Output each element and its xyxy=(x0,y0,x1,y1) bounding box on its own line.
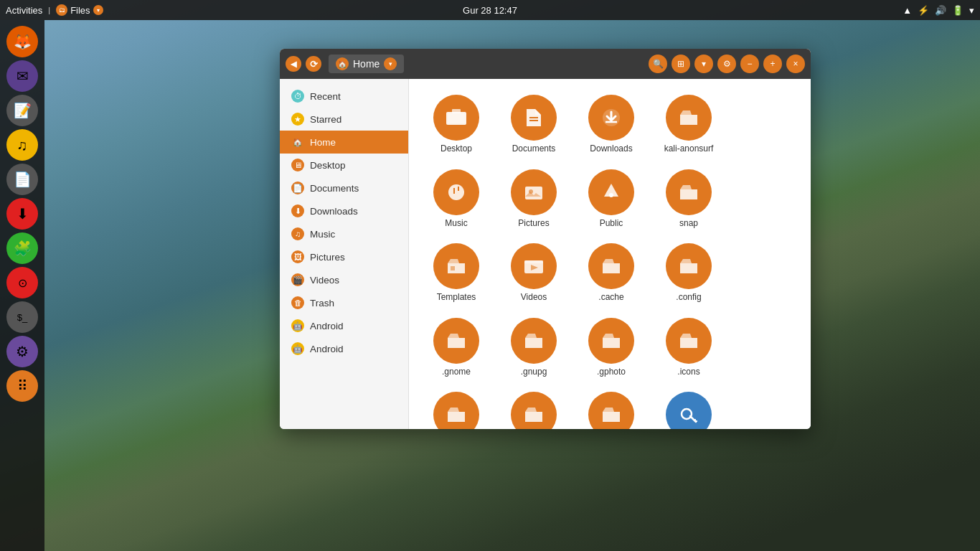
topbar-right: ▲ ⚡ 🔊 🔋 ▾ xyxy=(903,5,974,16)
view-toggle-button[interactable]: ⊞ xyxy=(672,55,690,73)
file-templates[interactable]: Templates xyxy=(420,239,492,308)
sidebar-item-documents[interactable]: 📄 Documents xyxy=(280,176,408,199)
settings-button[interactable]: ⚙ xyxy=(717,55,736,73)
file-ssh[interactable]: .ssh xyxy=(575,387,647,429)
file-gphoto[interactable]: .gphoto xyxy=(575,314,647,382)
path-dropdown-button[interactable]: ▾ xyxy=(384,57,397,70)
file-cache[interactable]: .cache xyxy=(575,239,647,308)
dock: 🦊 ✉ 📝 ♫ 📄 ⬇ 🧩 ⊙ $_ ⚙ ⠿ xyxy=(0,20,44,551)
file-desktop[interactable]: Desktop xyxy=(420,90,492,159)
music-icon: ♫ xyxy=(291,227,304,240)
history-button[interactable]: ⟳ xyxy=(306,56,321,72)
desktop-icon: 🖥 xyxy=(291,159,304,171)
dock-email[interactable]: ✉ xyxy=(6,60,38,92)
gphoto-folder-icon xyxy=(588,318,634,364)
dock-settings[interactable]: ⚙ xyxy=(6,336,38,367)
svg-point-7 xyxy=(448,184,464,200)
volume-icon[interactable]: 🔊 xyxy=(935,5,946,16)
sidebar-item-home[interactable]: 🏠 Home xyxy=(280,131,408,154)
videos-icon: 🎬 xyxy=(291,273,304,286)
dock-terminal[interactable]: $_ xyxy=(6,301,38,333)
search-button[interactable]: 🔍 xyxy=(649,55,667,73)
file-config[interactable]: .config xyxy=(653,239,725,308)
file-downloads[interactable]: Downloads xyxy=(575,90,647,159)
cache-label: .cache xyxy=(598,292,623,303)
minimize-button[interactable]: − xyxy=(740,55,759,73)
android1-icon: 🤖 xyxy=(291,319,304,332)
public-label: Public xyxy=(600,218,623,230)
file-gnupg[interactable]: .gnupg xyxy=(498,314,570,382)
file-kali[interactable]: kali-anonsurf xyxy=(653,90,725,159)
sidebar-item-trash[interactable]: 🗑 Trash xyxy=(280,291,408,314)
file-public[interactable]: Public xyxy=(575,165,647,234)
gnome-folder-icon xyxy=(433,318,479,364)
gnome-label: .gnome xyxy=(442,367,471,378)
svg-rect-8 xyxy=(525,187,542,199)
content-area: ⏱ Recent ★ Starred 🏠 Home 🖥 Desktop 📄 Do… xyxy=(280,79,811,429)
file-manager-window: ◀ ⟳ 🏠 Home ▾ 🔍 ⊞ ▾ ⚙ − + × ⏱ Recent ★ St… xyxy=(280,49,811,429)
wifi-icon[interactable]: ▲ xyxy=(903,5,912,16)
topbar-center: Gur 28 12:47 xyxy=(463,5,517,16)
file-local[interactable]: .local xyxy=(420,387,492,429)
file-music[interactable]: Music xyxy=(420,165,492,234)
sidebar-item-recent[interactable]: ⏱ Recent xyxy=(280,85,408,108)
dock-notes[interactable]: 📝 xyxy=(6,95,38,126)
file-pki[interactable]: .pki xyxy=(498,387,570,429)
config-label: .config xyxy=(676,292,701,303)
app-indicator: 🗂 Files ▾ xyxy=(56,4,103,16)
sidebar-item-android2[interactable]: 🤖 Android xyxy=(280,337,408,360)
file-snap[interactable]: snap xyxy=(653,165,725,234)
downloads-icon: ⬇ xyxy=(291,204,304,217)
kali-folder-icon xyxy=(666,95,712,141)
videos-label: Videos xyxy=(521,292,547,303)
svg-rect-13 xyxy=(524,260,543,263)
desktop-label: Desktop xyxy=(440,143,472,155)
battery-icon[interactable]: 🔋 xyxy=(952,5,963,16)
pki-folder-icon xyxy=(511,392,557,429)
sidebar-label-videos: Videos xyxy=(310,275,339,286)
file-videos[interactable]: Videos xyxy=(498,239,570,308)
svg-point-15 xyxy=(682,409,692,419)
view-dropdown-button[interactable]: ▾ xyxy=(694,55,713,73)
files-grid: Desktop Documents Downloads kali-anonsur… xyxy=(409,79,811,429)
home-icon: 🏠 xyxy=(291,136,304,149)
back-button[interactable]: ◀ xyxy=(286,56,301,72)
sidebar-item-desktop[interactable]: 🖥 Desktop xyxy=(280,154,408,176)
bluetooth-icon[interactable]: ⚡ xyxy=(918,5,929,16)
maximize-button[interactable]: + xyxy=(763,55,782,73)
activities-button[interactable]: Activities xyxy=(6,5,42,16)
dock-docs[interactable]: 📄 xyxy=(6,164,38,195)
dock-puzzle[interactable]: 🧩 xyxy=(6,232,38,264)
sidebar-item-videos[interactable]: 🎬 Videos xyxy=(280,268,408,291)
file-gnome[interactable]: .gnome xyxy=(420,314,492,382)
sidebar-item-music[interactable]: ♫ Music xyxy=(280,222,408,245)
file-release-key[interactable]: Release.key xyxy=(653,387,725,429)
dock-music[interactable]: ♫ xyxy=(6,129,38,161)
titlebar-title-text: Home xyxy=(353,58,380,70)
dock-chrome[interactable]: ⊙ xyxy=(6,267,38,298)
sidebar-item-downloads[interactable]: ⬇ Downloads xyxy=(280,199,408,222)
dock-firefox[interactable]: 🦊 xyxy=(6,26,38,57)
file-pictures[interactable]: Pictures xyxy=(498,165,570,234)
documents-folder-icon xyxy=(511,95,557,141)
ssh-folder-icon xyxy=(588,392,634,429)
file-icons[interactable]: .icons xyxy=(653,314,725,382)
svg-rect-16 xyxy=(693,419,696,420)
dock-downloads[interactable]: ⬇ xyxy=(6,198,38,230)
sidebar-item-android1[interactable]: 🤖 Android xyxy=(280,314,408,337)
svg-rect-17 xyxy=(694,420,697,422)
config-folder-icon xyxy=(666,243,712,289)
file-documents[interactable]: Documents xyxy=(498,90,570,159)
public-folder-icon xyxy=(588,169,634,215)
sidebar-item-starred[interactable]: ★ Starred xyxy=(280,108,408,131)
sidebar-item-pictures[interactable]: 🖼 Pictures xyxy=(280,245,408,268)
snap-folder-icon xyxy=(666,169,712,215)
close-button[interactable]: × xyxy=(786,55,805,73)
dock-apps[interactable]: ⠿ xyxy=(6,370,38,402)
gnupg-folder-icon xyxy=(511,318,557,364)
music-folder-icon xyxy=(433,169,479,215)
cache-folder-icon xyxy=(588,243,634,289)
system-menu-arrow[interactable]: ▾ xyxy=(969,5,974,16)
icons-folder-icon xyxy=(666,318,712,364)
topbar: Activities | 🗂 Files ▾ Gur 28 12:47 ▲ ⚡ … xyxy=(0,0,980,20)
